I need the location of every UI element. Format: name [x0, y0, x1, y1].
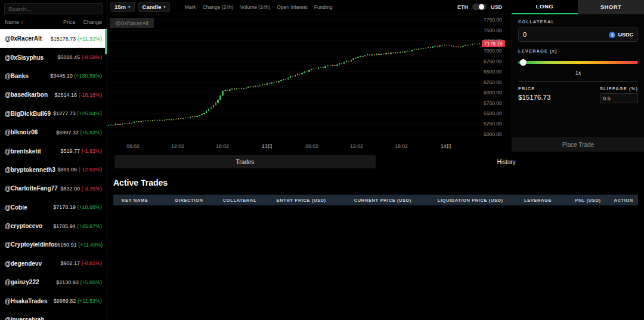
- account-row[interactable]: @blknoiz06$5997.32 (+5.83%): [0, 123, 107, 141]
- account-change: (+25.84%): [77, 110, 102, 116]
- account-row[interactable]: @degendevv$902.17 (-0.91%): [0, 254, 107, 273]
- price-tick-label: 5750.00: [484, 100, 502, 106]
- slippage-block: SLIPPAGE (%): [600, 86, 638, 103]
- table-column-header: LIQUIDATION PRICE (USD): [429, 198, 516, 203]
- price-column-label[interactable]: Price: [63, 19, 76, 25]
- lower-tabs: Trades History: [107, 152, 644, 172]
- table-column-header: ACTION: [605, 198, 638, 203]
- account-change: (+5.85%): [80, 279, 102, 285]
- account-row[interactable]: @Cobie$7178.19 (+10.68%): [0, 198, 107, 217]
- account-price: $832.00: [60, 186, 80, 192]
- time-tick-label: 06:02: [305, 143, 318, 149]
- panel-divider: [518, 81, 638, 82]
- slippage-label: SLIPPAGE (%): [600, 86, 638, 91]
- active-trades-title: Active Trades: [113, 178, 638, 187]
- trade-panel: COLLATERAL $ USDC LEVERAGE (x) 1x: [512, 14, 644, 152]
- direction-tabs: LONG SHORT: [512, 0, 644, 14]
- chart-and-panel: @0xRacerAlt 7178.19 7750.007500.007250.0…: [107, 14, 644, 152]
- account-price-change: $5997.32 (+5.83%): [56, 130, 102, 136]
- account-row[interactable]: @cryptocevo$1785.94 (+45.87%): [0, 217, 107, 235]
- account-price-change: $7178.19 (+10.68%): [53, 204, 102, 210]
- market-stat-label: Open Interest: [277, 4, 308, 10]
- account-price: $9989.82: [54, 298, 76, 304]
- price-axis[interactable]: 7178.19 7750.007500.007250.007000.006750…: [481, 14, 512, 141]
- price-value: $15176.73: [518, 94, 550, 101]
- table-column-header: ENTRY PRICE (USD): [268, 198, 346, 203]
- tab-trades[interactable]: Trades: [114, 155, 376, 168]
- account-name: @bryptokenneth3: [5, 167, 55, 173]
- table-column-header: CURRENT PRICE (USD): [346, 198, 429, 203]
- market-stat-label: Volume (24h): [240, 4, 271, 10]
- collateral-input[interactable]: [523, 31, 609, 38]
- tab-history[interactable]: History: [376, 155, 637, 168]
- account-row[interactable]: @Banks$3445.10 (+130.55%): [0, 67, 107, 85]
- price-tick-label: 7500.00: [484, 27, 502, 33]
- chevron-down-icon: ▾: [128, 5, 131, 10]
- price-tick-label: 7000.00: [484, 48, 502, 54]
- active-trades-header: KEY NAMEDIRECTIONCOLLATERALENTRY PRICE (…: [113, 195, 638, 205]
- leverage-slider-track: [518, 61, 638, 64]
- market-stats: MarkChange (24h)Volume (24h)Open Interes…: [178, 4, 333, 10]
- table-column-header: KEY NAME: [113, 198, 167, 203]
- account-price: $1785.94: [53, 223, 76, 229]
- account-row[interactable]: @0xSisyphus$5028.45 (-0.59%): [0, 48, 107, 66]
- account-name: @basedkarbon: [5, 91, 48, 98]
- active-trades-section: Active Trades KEY NAMEDIRECTIONCOLLATERA…: [107, 172, 644, 320]
- account-row[interactable]: @HsakaTrades$9989.82 (+11.53%): [0, 291, 107, 310]
- tab-short[interactable]: SHORT: [578, 0, 644, 14]
- account-change: (-3.25%): [81, 186, 102, 192]
- toggle-knob: [479, 4, 484, 10]
- leverage-slider[interactable]: [518, 59, 638, 66]
- change-column-label[interactable]: Change: [83, 19, 102, 25]
- usdc-icon: $: [609, 32, 615, 38]
- chart-type-value: Candle: [143, 4, 162, 10]
- price-tick-label: 6250.00: [484, 79, 502, 85]
- sidebar-scrollbar-thumb[interactable]: [105, 29, 107, 54]
- account-price-change: $519.77 (-1.62%): [60, 148, 102, 154]
- price-tick-label: 6750.00: [484, 59, 502, 64]
- account-row[interactable]: @brentsketit$519.77 (-1.62%): [0, 141, 107, 160]
- account-row[interactable]: @0xRacerAlt$15176.73 (+11.32%): [0, 29, 107, 48]
- account-price-change: $832.00 (-3.25%): [60, 186, 102, 192]
- interval-dropdown[interactable]: 15m ▾: [110, 2, 135, 12]
- account-row[interactable]: @Cryptoyieldinfo$6150.91 (+11.49%): [0, 235, 107, 254]
- account-price: $6150.91: [54, 242, 77, 248]
- account-name: @Banks: [5, 73, 29, 79]
- leverage-slider-knob[interactable]: [520, 59, 527, 66]
- name-column-label: Name: [5, 19, 19, 25]
- table-column-header: LEVERAGE: [516, 198, 566, 203]
- account-change: (+5.83%): [80, 130, 102, 136]
- account-price-change: $2514.16 (-16.18%): [54, 92, 102, 98]
- time-axis[interactable]: 06:0212:0218:0213日06:0212:0218:0214日: [107, 141, 481, 152]
- candlestick-chart[interactable]: @0xRacerAlt: [107, 14, 481, 141]
- tab-long[interactable]: LONG: [512, 0, 578, 14]
- account-name: @Cryptoyieldinfo: [5, 241, 54, 248]
- account-change: (-0.91%): [81, 260, 102, 266]
- chart-wrap: @0xRacerAlt 7178.19 7750.007500.007250.0…: [107, 14, 512, 152]
- account-row[interactable]: @BigDickBull69$1277.73 (+25.84%): [0, 104, 107, 123]
- account-price: $902.17: [60, 260, 80, 266]
- account-name: @Cobie: [5, 204, 27, 211]
- account-row[interactable]: @CharlotteFang77$832.00 (-3.25%): [0, 179, 107, 198]
- account-name: @blknoiz06: [5, 129, 38, 136]
- account-row[interactable]: @bryptokenneth3$891.06 (-12.93%): [0, 161, 107, 179]
- account-row[interactable]: @inversebrah: [0, 310, 107, 320]
- collateral-currency-selector[interactable]: $ USDC: [609, 32, 633, 38]
- currency-toggle[interactable]: [472, 4, 487, 10]
- slippage-input[interactable]: [600, 93, 638, 103]
- account-change: (+45.87%): [77, 223, 102, 229]
- account-row[interactable]: @gainzy222$2130.93 (+5.85%): [0, 273, 107, 291]
- chart-type-dropdown[interactable]: Candle ▾: [138, 2, 170, 12]
- place-trade-button[interactable]: Place Trade: [512, 137, 644, 152]
- account-price: $2514.16: [54, 92, 77, 98]
- chart-watermark: @0xRacerAlt: [110, 18, 154, 28]
- time-tick-label: 18:02: [395, 143, 407, 149]
- market-stat-label: Change (24h): [203, 4, 234, 10]
- account-price-change: $1785.94 (+45.87%): [53, 223, 102, 229]
- account-name: @brentsketit: [5, 148, 41, 155]
- search-input[interactable]: [4, 3, 103, 14]
- account-price-change: $6150.91 (+11.49%): [54, 242, 103, 248]
- sort-name-header[interactable]: Name ↑: [5, 19, 23, 25]
- leverage-label: LEVERAGE (x): [518, 48, 638, 54]
- account-row[interactable]: @basedkarbon$2514.16 (-16.18%): [0, 85, 107, 104]
